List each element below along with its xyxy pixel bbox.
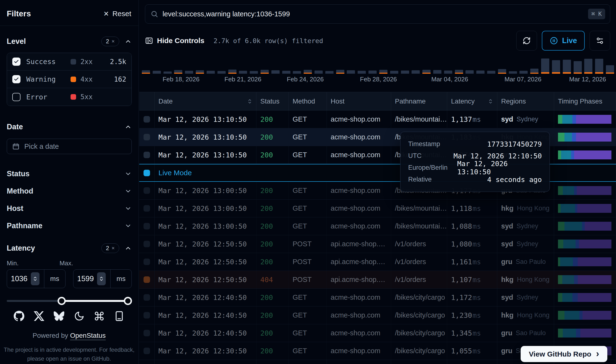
histogram-bar[interactable] bbox=[444, 71, 452, 74]
histogram-bar[interactable] bbox=[455, 70, 463, 74]
histogram-bar[interactable] bbox=[239, 71, 247, 74]
x-logo-icon[interactable] bbox=[33, 311, 45, 322]
histogram-bar[interactable] bbox=[476, 71, 485, 74]
row-checkbox[interactable] bbox=[144, 259, 150, 265]
row-checkbox[interactable] bbox=[144, 348, 150, 354]
histogram-bar[interactable] bbox=[325, 71, 334, 74]
histogram-bar[interactable] bbox=[228, 70, 236, 74]
checkbox[interactable] bbox=[12, 93, 20, 101]
histogram-bar[interactable] bbox=[487, 71, 495, 74]
histogram-bar[interactable] bbox=[164, 72, 172, 74]
histogram-bar[interactable] bbox=[530, 69, 538, 74]
column-header-select[interactable] bbox=[139, 92, 155, 110]
histogram-bar[interactable] bbox=[465, 70, 474, 74]
level-filter-count-badge[interactable]: 2 × bbox=[101, 37, 119, 46]
histogram-bar[interactable] bbox=[509, 71, 517, 74]
histogram-bar[interactable] bbox=[142, 70, 150, 74]
live-mode-toggle-button[interactable]: Live bbox=[542, 31, 585, 51]
column-header-host[interactable]: Host bbox=[327, 92, 391, 110]
github-icon[interactable] bbox=[13, 311, 25, 322]
row-checkbox[interactable] bbox=[144, 205, 150, 212]
level-option-warning[interactable]: Warning4xx162 bbox=[7, 71, 131, 88]
histogram-bar[interactable] bbox=[584, 59, 592, 74]
histogram-bar[interactable] bbox=[433, 70, 441, 74]
column-header-latency[interactable]: Latency bbox=[447, 92, 497, 110]
sort-icon[interactable] bbox=[487, 98, 494, 104]
slider-min-handle[interactable] bbox=[58, 297, 66, 305]
column-header-regions[interactable]: Regions bbox=[497, 92, 554, 110]
column-header-method[interactable]: Method bbox=[289, 92, 327, 110]
stepper-icon[interactable] bbox=[31, 272, 39, 285]
reset-filters-button[interactable]: ✕ Reset bbox=[103, 10, 131, 18]
chevron-up-icon[interactable] bbox=[125, 38, 132, 45]
histogram-bar[interactable] bbox=[574, 61, 582, 74]
date-picker-input[interactable]: Pick a date bbox=[7, 139, 132, 154]
histogram-bar[interactable] bbox=[271, 70, 280, 74]
histogram-bar[interactable] bbox=[379, 70, 387, 74]
histogram-bar[interactable] bbox=[552, 60, 560, 74]
histogram-bar[interactable] bbox=[368, 71, 377, 74]
row-checkbox[interactable] bbox=[144, 152, 150, 158]
filter-section-pathname[interactable]: Pathname bbox=[7, 217, 132, 234]
latency-section-header[interactable]: Latency 2 × bbox=[7, 243, 132, 254]
view-github-repo-button[interactable]: View GitHub Repo › bbox=[521, 346, 607, 362]
checkbox[interactable] bbox=[12, 75, 20, 83]
table-row[interactable]: Mar 12, 2026 12:40:50200GETacme-shop.com… bbox=[139, 306, 616, 324]
filter-section-method[interactable]: Method bbox=[7, 182, 132, 200]
date-section-header[interactable]: Date bbox=[7, 121, 132, 132]
level-section-header[interactable]: Level 2 × bbox=[7, 36, 132, 47]
openstatus-link[interactable]: OpenStatus bbox=[70, 332, 106, 340]
row-checkbox[interactable] bbox=[144, 294, 150, 301]
search-input[interactable] bbox=[163, 10, 588, 18]
latency-range-slider[interactable] bbox=[7, 297, 132, 305]
tablet-icon[interactable] bbox=[114, 311, 125, 322]
histogram-bar[interactable] bbox=[207, 71, 215, 74]
latency-filter-count-badge[interactable]: 2 × bbox=[101, 243, 119, 253]
filter-section-host[interactable]: Host bbox=[7, 200, 132, 217]
histogram-bar[interactable] bbox=[541, 58, 549, 74]
row-checkbox[interactable] bbox=[144, 223, 150, 229]
histogram-bar[interactable] bbox=[250, 71, 258, 74]
slider-max-handle[interactable] bbox=[124, 297, 132, 305]
table-row[interactable]: Mar 12, 2026 13:00:50200GETacme-shop.com… bbox=[139, 200, 616, 217]
histogram-bar[interactable] bbox=[606, 65, 614, 74]
sort-icon[interactable] bbox=[247, 98, 253, 104]
column-header-pathname[interactable]: Pathname bbox=[391, 92, 447, 110]
histogram-bar[interactable] bbox=[412, 70, 420, 74]
histogram-bar[interactable] bbox=[153, 71, 161, 74]
histogram-bar[interactable] bbox=[217, 71, 226, 74]
chevron-up-icon[interactable] bbox=[125, 245, 132, 252]
refresh-button[interactable] bbox=[516, 31, 537, 51]
histogram-bar[interactable] bbox=[498, 69, 506, 74]
filter-section-status[interactable]: Status bbox=[7, 165, 132, 182]
histogram-bar[interactable] bbox=[315, 71, 323, 74]
histogram-bar[interactable] bbox=[358, 71, 366, 74]
table-row[interactable]: Mar 12, 2026 13:10:50200GETacme-shop.com… bbox=[139, 110, 616, 128]
table-row[interactable]: Mar 12, 2026 12:50:50200POSTapi.acme-sho… bbox=[139, 253, 616, 271]
histogram-bar[interactable] bbox=[185, 71, 193, 74]
checkbox[interactable] bbox=[12, 58, 20, 66]
column-header-status[interactable]: Status bbox=[256, 92, 289, 110]
table-row[interactable]: Mar 12, 2026 12:50:50200POSTapi.acme-sho… bbox=[139, 235, 616, 253]
hide-controls-button[interactable]: Hide Controls bbox=[145, 37, 204, 45]
histogram-bar[interactable] bbox=[336, 70, 344, 74]
table-row[interactable]: Mar 12, 2026 12:50:50404POSTapi.acme-sho… bbox=[139, 271, 616, 289]
stepper-icon[interactable] bbox=[97, 272, 106, 285]
row-checkbox[interactable] bbox=[144, 134, 150, 140]
histogram-bar[interactable] bbox=[304, 70, 312, 74]
row-checkbox[interactable] bbox=[144, 241, 150, 247]
latency-min-input[interactable]: 1036 bbox=[11, 274, 27, 283]
histogram-bar[interactable] bbox=[261, 70, 269, 74]
view-settings-button[interactable] bbox=[590, 31, 610, 51]
row-checkbox[interactable] bbox=[144, 187, 150, 194]
row-checkbox[interactable] bbox=[144, 312, 150, 318]
histogram-bar[interactable] bbox=[174, 70, 182, 74]
table-row[interactable]: Mar 12, 2026 12:40:50200GETacme-shop.com… bbox=[139, 324, 616, 342]
row-checkbox[interactable] bbox=[144, 276, 150, 283]
command-icon[interactable] bbox=[94, 311, 105, 322]
histogram-bar[interactable] bbox=[347, 70, 355, 74]
histogram-bar[interactable] bbox=[196, 70, 204, 74]
column-header-timing-phases[interactable]: Timing Phases bbox=[554, 92, 616, 110]
level-option-error[interactable]: Error5xx bbox=[7, 88, 131, 106]
row-checkbox[interactable] bbox=[144, 116, 150, 123]
